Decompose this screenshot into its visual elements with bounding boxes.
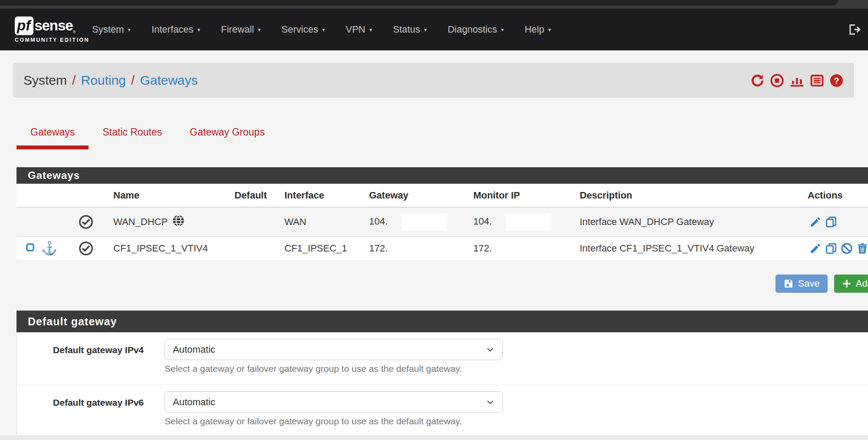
refresh-icon[interactable] [750,73,765,88]
default-gateway-panel: Default gateway Default gateway IPv4 Aut… [17,311,868,437]
browser-tab-shape [0,0,838,6]
add-button[interactable]: Add [834,275,868,293]
routing-tabs: Gateways Static Routes Gateway Groups [17,122,279,149]
chevron-down-icon: ▾ [198,26,201,33]
svg-text:?: ? [834,75,839,85]
plus-icon [842,279,851,288]
gateway-address: 172. [351,236,455,261]
chevron-down-icon [486,398,495,407]
nav-item-diagnostics[interactable]: Diagnostics▾ [437,24,514,35]
gateway-name: CF1_IPSEC_1_VTIV4 [98,236,216,261]
chevron-down-icon: ▾ [501,26,504,33]
default-gateway-panel-title: Default gateway [17,311,868,332]
nav-item-system[interactable]: System▾ [82,24,141,35]
default-gateway-ipv4-label: Default gateway IPv4 [17,345,165,374]
col-header-default: Default [216,184,266,207]
tab-gateways[interactable]: Gateways [17,122,89,149]
breadcrumb: System / Routing / Gateways [23,73,198,88]
table-row-wan-dhcp: WAN_DHCP WAN 104. 104. Interface WAN_DHC… [17,207,868,236]
gateways-table: Name Default Interface Gateway Monitor I… [17,184,868,261]
log-list-icon[interactable] [810,73,824,88]
col-header-actions: Actions [789,184,868,207]
page-bottom-strip [0,435,868,440]
field-help-text: Select a gateway or failover gateway gro… [165,416,868,427]
gateway-status-check-circle-icon [71,215,98,229]
sign-out-icon[interactable] [847,23,861,36]
browser-chrome-strip [0,0,868,9]
chevron-down-icon: ▾ [258,26,261,33]
logo-sense: sense [34,17,73,34]
floppy-disk-icon [783,278,794,289]
gateway-name: WAN_DHCP [113,216,168,228]
gateway-interface: CF1_IPSEC_1 [266,236,351,261]
gateway-interface: WAN [266,207,351,236]
chevron-down-icon [486,345,495,354]
pfsense-logo[interactable]: pfsense® COMMUNITY EDITION [15,17,78,43]
col-header-gateway: Gateway [351,184,455,207]
col-header-monitor-ip: Monitor IP [455,184,561,207]
pfsense-gateways-page: { "colors": { "accent_red": "#c5211d", "… [0,0,868,440]
default-gateway-ipv6-label: Default gateway IPv6 [17,397,165,427]
gateways-panel-title: Gateways [17,167,868,184]
edit-pencil-icon[interactable] [809,242,822,255]
breadcrumb-system: System [23,73,67,88]
gateway-status-check-circle-icon [71,241,98,256]
monitoring-graph-icon[interactable] [789,73,805,88]
redacted-monitor-value [506,213,551,231]
logo-pf: pf [15,17,33,35]
gateway-default [216,236,266,261]
delete-trash-icon[interactable] [856,242,868,255]
table-buttons-row: Save Add [17,275,868,293]
default-gateway-ipv4-row: Default gateway IPv4 Automatic Select a … [17,332,868,385]
nav-item-vpn[interactable]: VPN▾ [335,24,383,35]
redacted-gateway-value [402,213,447,231]
logo-edition: COMMUNITY EDITION [15,37,78,43]
copy-icon[interactable] [825,242,837,255]
chevron-down-icon: ▾ [128,26,131,33]
nav-item-services[interactable]: Services▾ [271,24,335,35]
monitor-ip: 172. [455,236,561,261]
gateway-description: Interface CF1_IPSEC_1_VTIV4 Gateway [561,236,789,261]
default-gateway-ipv6-select[interactable]: Automatic [165,391,503,413]
page-header-icons: ? [750,73,844,88]
col-header-name: Name [98,184,216,207]
tab-gateway-groups[interactable]: Gateway Groups [176,122,279,149]
selected-value: Automatic [173,344,215,355]
gateway-default [216,207,266,236]
disable-ban-icon[interactable] [841,242,853,255]
nav-item-status[interactable]: Status▾ [383,24,437,35]
chevron-down-icon: ▾ [322,26,325,33]
edit-pencil-icon[interactable] [809,216,822,228]
breadcrumb-separator: / [72,73,76,88]
nav-menu: System▾ Interfaces▾ Firewall▾ Services▾ … [82,24,561,35]
anchor-icon[interactable]: ⚓ [41,242,57,255]
breadcrumb-bar: System / Routing / Gateways ? [13,63,854,98]
save-button[interactable]: Save [776,275,828,293]
nav-item-interfaces[interactable]: Interfaces▾ [141,24,211,35]
top-navbar: pfsense® COMMUNITY EDITION System▾ Inter… [0,9,868,50]
col-header-description: Description [561,184,789,207]
default-gateway-ipv4-select[interactable]: Automatic [165,339,503,360]
nav-item-firewall[interactable]: Firewall▾ [211,24,271,35]
gateway-address: 104. [369,216,388,227]
copy-icon[interactable] [825,216,837,228]
col-header-interface: Interface [266,184,351,207]
checkbox-square-icon[interactable] [25,242,35,255]
breadcrumb-routing-link[interactable]: Routing [81,73,125,88]
gateway-description: Interface WAN_DHCP Gateway [561,207,789,236]
field-help-text: Select a gateway or failover gateway gro… [165,364,868,374]
selected-value: Automatic [173,397,215,408]
chevron-down-icon: ▾ [424,26,427,33]
chevron-down-icon: ▾ [370,26,373,33]
stop-icon[interactable] [770,73,784,88]
help-icon[interactable]: ? [829,73,844,88]
gateways-panel: Gateways Name Default Interface Gateway … [17,167,868,261]
tab-static-routes[interactable]: Static Routes [89,122,176,149]
breadcrumb-separator: / [131,73,135,88]
breadcrumb-gateways-link[interactable]: Gateways [140,73,198,88]
nav-item-help[interactable]: Help▾ [514,24,561,35]
globe-icon [172,214,185,230]
table-header-row: Name Default Interface Gateway Monitor I… [17,184,868,207]
chevron-down-icon: ▾ [548,26,551,33]
logo-registered-mark: ® [73,30,76,34]
